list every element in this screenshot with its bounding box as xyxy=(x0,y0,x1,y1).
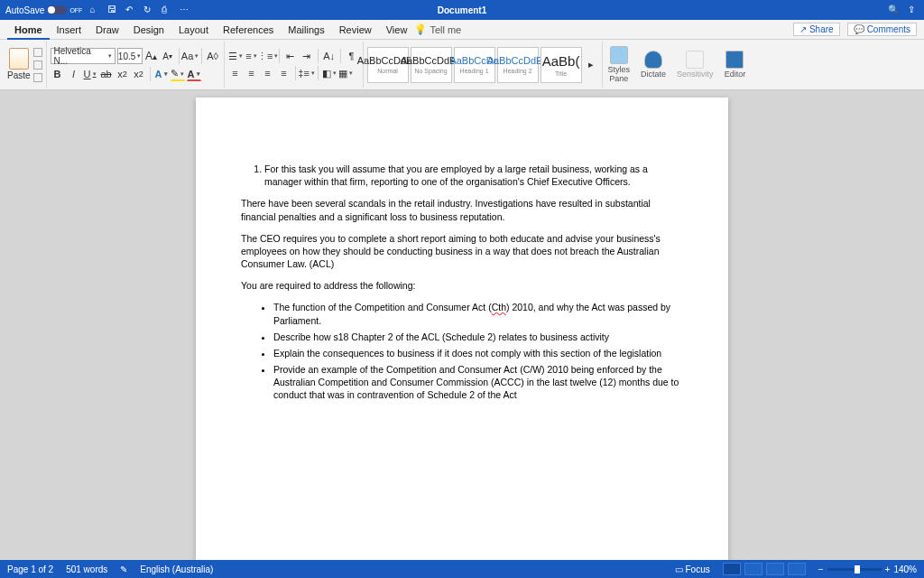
font-size-value: 10.5 xyxy=(118,51,135,61)
autosave-label: AutoSave xyxy=(5,5,44,15)
superscript-button[interactable]: x2 xyxy=(132,67,146,81)
comment-icon: 💬 xyxy=(854,24,864,34)
editor-button[interactable]: Editor xyxy=(719,42,752,88)
bullet-2: Describe how s18 Chapter 2 of the ACL (S… xyxy=(273,331,683,343)
decrease-indent-button[interactable]: ⇤ xyxy=(283,49,298,63)
tab-insert[interactable]: Insert xyxy=(50,20,89,40)
document-title: Document1 xyxy=(438,5,486,15)
view-outline[interactable] xyxy=(788,563,806,575)
shrink-font-button[interactable]: A▾ xyxy=(161,49,175,63)
zoom-control[interactable]: − + 140% xyxy=(818,564,917,574)
font-name-select[interactable]: Helvetica N... xyxy=(51,48,116,64)
styles-gallery[interactable]: AaBbCcDdEeNormal AaBbCcDdEeNo Spacing Aa… xyxy=(367,47,598,83)
paragraph-scandals: There have been several scandals in the … xyxy=(241,197,683,222)
justify-button[interactable]: ≡ xyxy=(277,66,291,80)
paste-button[interactable]: Paste xyxy=(7,48,31,82)
ribbon: Paste Helvetica N... 10.5 A▴ A▾ Aa A◊ B xyxy=(0,40,924,90)
align-right-button[interactable]: ≡ xyxy=(261,66,275,80)
focus-mode[interactable]: ▭ Focus xyxy=(675,564,710,574)
bullet-4: Provide an example of the Competition an… xyxy=(273,363,683,402)
increase-indent-button[interactable]: ⇥ xyxy=(300,49,314,63)
comments-button[interactable]: 💬 Comments xyxy=(847,23,917,36)
share-icon: ↗ xyxy=(799,24,807,34)
view-read-mode[interactable] xyxy=(744,563,762,575)
editor-icon xyxy=(725,51,744,69)
tab-mailings[interactable]: Mailings xyxy=(281,20,331,40)
task-intro: For this task you will assume that you a… xyxy=(264,163,683,188)
zoom-slider[interactable] xyxy=(827,568,882,571)
highlight-button[interactable]: ✎ xyxy=(171,67,185,81)
format-painter-icon[interactable] xyxy=(33,73,42,82)
more-icon[interactable]: ⋯ xyxy=(180,5,190,15)
tell-me[interactable]: 💡 Tell me xyxy=(414,23,461,35)
titlebar: AutoSave OFF ⌂ 🖫 ↶ ↻ ⎙ ⋯ Document1 🔍 ⇪ xyxy=(0,0,924,20)
bullet-1: The function of the Competition and Cons… xyxy=(273,301,683,326)
style-title[interactable]: AaBb(Title xyxy=(541,47,582,83)
spellcheck-icon[interactable]: ✎ xyxy=(120,564,127,574)
share-button[interactable]: ↗ Share xyxy=(793,23,840,36)
strikethrough-button[interactable]: ab xyxy=(99,67,114,81)
share-activity-icon[interactable]: ⇪ xyxy=(908,5,919,15)
page-indicator[interactable]: Page 1 of 2 xyxy=(7,564,53,574)
text-effects-button[interactable]: A xyxy=(154,67,169,81)
style-no-spacing[interactable]: AaBbCcDdEeNo Spacing xyxy=(411,47,452,83)
bold-button[interactable]: B xyxy=(51,67,65,81)
print-icon[interactable]: ⎙ xyxy=(162,5,172,15)
cut-icon[interactable] xyxy=(33,48,42,57)
toggle-off-icon xyxy=(47,5,67,14)
zoom-in-button[interactable]: + xyxy=(885,564,891,574)
sort-button[interactable]: A↓ xyxy=(322,49,337,63)
clear-format-button[interactable]: A◊ xyxy=(206,49,220,63)
style-heading-2[interactable]: AaBbCcDdEeHeading 2 xyxy=(497,47,539,83)
microphone-icon xyxy=(644,51,662,69)
zoom-out-button[interactable]: − xyxy=(818,564,824,574)
document-canvas[interactable]: For this task you will assume that you a… xyxy=(0,90,924,560)
tab-references[interactable]: References xyxy=(216,20,281,40)
styles-more-button[interactable]: ▸ xyxy=(584,47,598,83)
view-print-layout[interactable] xyxy=(723,563,741,575)
ribbon-tabs: Home Insert Draw Design Layout Reference… xyxy=(0,20,924,40)
page[interactable]: For this task you will assume that you a… xyxy=(196,98,728,560)
underline-button[interactable]: U xyxy=(83,67,97,81)
subscript-button[interactable]: x2 xyxy=(116,67,130,81)
tell-me-label: Tell me xyxy=(430,24,461,35)
statusbar: Page 1 of 2 501 words ✎ English (Austral… xyxy=(0,560,924,578)
copy-icon[interactable] xyxy=(33,61,42,70)
tab-draw[interactable]: Draw xyxy=(88,20,126,40)
undo-icon[interactable]: ↶ xyxy=(125,5,136,15)
styles-pane-button[interactable]: Styles Pane xyxy=(603,42,636,88)
autosave-toggle[interactable]: AutoSave OFF xyxy=(5,5,82,15)
zoom-level[interactable]: 140% xyxy=(893,564,917,574)
sensitivity-button[interactable]: Sensitivity xyxy=(671,42,719,88)
tab-design[interactable]: Design xyxy=(126,20,171,40)
autosave-state: OFF xyxy=(69,7,82,14)
borders-button[interactable]: ▦ xyxy=(338,66,353,80)
multilevel-button[interactable]: ⋮≡ xyxy=(261,49,275,63)
save-icon[interactable]: 🖫 xyxy=(107,5,118,15)
dictate-button[interactable]: Dictate xyxy=(635,42,671,88)
word-count[interactable]: 501 words xyxy=(66,564,107,574)
view-web-layout[interactable] xyxy=(766,563,784,575)
bullets-button[interactable]: ☰ xyxy=(228,49,243,63)
language-indicator[interactable]: English (Australia) xyxy=(140,564,213,574)
paragraph-ceo: The CEO requires you to complete a short… xyxy=(241,232,683,271)
align-left-button[interactable]: ≡ xyxy=(228,66,243,80)
font-size-select[interactable]: 10.5 xyxy=(117,48,143,64)
clipboard-icon xyxy=(9,48,29,70)
align-center-button[interactable]: ≡ xyxy=(245,66,259,80)
shading-button[interactable]: ◧ xyxy=(322,66,337,80)
tab-view[interactable]: View xyxy=(379,20,415,40)
bullet-3: Explain the consequences to business if … xyxy=(273,347,683,359)
search-icon[interactable]: 🔍 xyxy=(888,5,899,15)
redo-icon[interactable]: ↻ xyxy=(143,5,154,15)
font-color-button[interactable]: A xyxy=(187,67,201,81)
tab-layout[interactable]: Layout xyxy=(171,20,216,40)
grow-font-button[interactable]: A▴ xyxy=(144,49,159,63)
tab-review[interactable]: Review xyxy=(332,20,379,40)
line-spacing-button[interactable]: ‡≡ xyxy=(300,66,314,80)
spelling-error: Cth xyxy=(492,302,506,312)
italic-button[interactable]: I xyxy=(67,67,81,81)
tab-home[interactable]: Home xyxy=(7,20,50,40)
home-icon[interactable]: ⌂ xyxy=(89,5,100,15)
change-case-button[interactable]: Aa xyxy=(183,49,198,63)
